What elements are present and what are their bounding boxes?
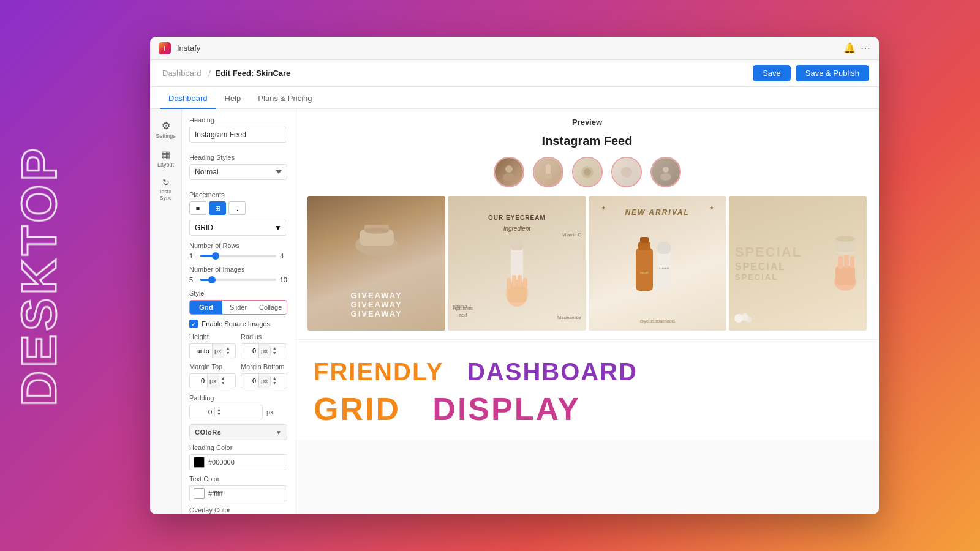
save-button[interactable]: Save <box>753 65 791 81</box>
margin-top-label: Margin Top <box>189 363 236 370</box>
grid-dropdown[interactable]: GRID ▼ <box>189 220 287 236</box>
images-max: 10 <box>280 276 287 283</box>
svg-rect-14 <box>511 241 523 250</box>
overlay-color-row: Overlay Color #000000 <box>189 506 287 514</box>
padding-input[interactable] <box>190 407 214 417</box>
padding-arrows: ▲ ▼ <box>214 407 223 418</box>
margin-top-unit: px <box>207 374 219 388</box>
height-up-icon[interactable]: ▲ <box>224 346 232 351</box>
layout-label: Layout <box>157 162 174 168</box>
padding-down-icon[interactable]: ▼ <box>215 412 223 417</box>
story-circle-4[interactable] <box>611 157 642 187</box>
app-logo: I <box>159 42 171 54</box>
heading-label: Heading <box>189 116 287 124</box>
style-label: Style <box>189 290 287 297</box>
breadcrumb-current: Edit Feed: SkinCare <box>215 69 290 78</box>
tab-dashboard[interactable]: Dashboard <box>160 89 216 109</box>
notification-icon[interactable]: 🔔 <box>843 42 856 54</box>
rows-slider-thumb <box>212 252 219 260</box>
story-circle-5[interactable] <box>650 157 681 187</box>
main-preview-area: Preview Instagram Feed <box>295 109 879 514</box>
promo-dashboard: DASHBOARD <box>467 358 638 385</box>
heading-color-swatch-row[interactable]: #000000 <box>189 454 287 470</box>
story-circle-1[interactable] <box>494 157 524 187</box>
grid-img-4[interactable]: SPECIAL SPECIAL SPECIAL <box>729 196 867 331</box>
menu-icon[interactable]: ⋯ <box>861 42 870 54</box>
rows-slider-track[interactable] <box>200 255 276 257</box>
sidebar-item-layout[interactable]: ▦ Layout <box>153 145 179 171</box>
margin-top-arrows: ▲ ▼ <box>219 376 227 386</box>
radius-down-icon[interactable]: ▼ <box>271 351 279 356</box>
margin-bottom-up-icon[interactable]: ▲ <box>271 376 279 381</box>
margin-top-input[interactable] <box>190 376 207 386</box>
tabs-bar: Dashboard Help Plans & Pricing <box>150 87 879 109</box>
settings-label: Settings <box>156 133 176 139</box>
height-down-icon[interactable]: ▼ <box>224 351 232 356</box>
margin-bottom-input[interactable] <box>241 376 258 386</box>
heading-styles-select[interactable]: Normal Bold Italic <box>189 164 287 180</box>
style-buttons: Grid Slider Collage <box>189 300 287 315</box>
content-area: ⚙ Settings ▦ Layout ↻ Insta Sync Heading… <box>150 109 879 514</box>
breadcrumb: Dashboard / Edit Feed: SkinCare <box>160 69 290 78</box>
enable-square-checkbox[interactable]: ✓ <box>189 320 198 328</box>
svg-rect-32 <box>850 256 854 268</box>
margin-bottom-arrows: ▲ ▼ <box>270 376 279 386</box>
sidebar-item-settings[interactable]: ⚙ Settings <box>153 116 179 143</box>
images-label: Number of Images <box>189 266 287 273</box>
margin-bottom-label: Margin Bottom <box>241 363 287 370</box>
radius-up-icon[interactable]: ▲ <box>271 346 279 351</box>
radius-arrows: ▲ ▼ <box>270 346 279 356</box>
app-window: I Instafy 🔔 ⋯ Dashboard / Edit Feed: Ski… <box>150 37 879 514</box>
grid-img-3-inner: NEW ARRIVAL ✦ ✦ cream <box>589 196 726 331</box>
story-circle-2[interactable] <box>533 157 564 187</box>
radius-input[interactable] <box>241 346 258 356</box>
heading-color-label: Heading Color <box>189 444 287 451</box>
images-slider-track[interactable] <box>200 279 276 281</box>
svg-rect-20 <box>523 278 527 288</box>
grid-img-2[interactable]: OUR EYECREAM Ingredient <box>448 196 586 331</box>
style-grid-btn[interactable]: Grid <box>190 301 222 314</box>
save-publish-button[interactable]: Save & Publish <box>796 65 869 81</box>
text-color-label: Text Color <box>189 475 287 482</box>
style-slider-btn[interactable]: Slider <box>222 301 255 314</box>
height-col: Height px ▲ ▼ <box>189 333 236 358</box>
sync-icon: ↻ <box>162 178 170 187</box>
placement-col-btn[interactable]: ⋮ <box>228 201 246 215</box>
grid-label: GRID <box>195 223 213 232</box>
promo-line2: GRID DISPLAY <box>314 391 861 427</box>
tab-plans[interactable]: Plans & Pricing <box>249 89 320 109</box>
placements-row: ≡ ⊞ ⋮ <box>189 201 287 215</box>
padding-up-icon[interactable]: ▲ <box>215 407 223 412</box>
margin-top-col: Margin Top px ▲ ▼ <box>189 363 236 388</box>
sync-label: Insta Sync <box>154 189 178 201</box>
rows-min: 1 <box>189 252 197 260</box>
placement-grid-btn[interactable]: ⊞ <box>209 201 226 215</box>
overlay-color-label: Overlay Color <box>189 506 287 514</box>
radius-col: Radius px ▲ ▼ <box>241 333 287 358</box>
promo-display: DISPLAY <box>432 391 581 427</box>
svg-rect-30 <box>838 256 843 269</box>
margin-top-up-icon[interactable]: ▲ <box>219 376 227 381</box>
grid-arrow-icon: ▼ <box>274 223 282 232</box>
style-collage-btn[interactable]: Collage <box>254 301 287 314</box>
svg-rect-26 <box>640 237 649 243</box>
preview-title: Preview <box>307 118 867 127</box>
grid-img-1[interactable]: GIVEAWAYGIVEAWAYGIVEAWAY <box>307 196 445 331</box>
tab-help[interactable]: Help <box>216 89 250 109</box>
story-circle-3[interactable] <box>572 157 603 187</box>
settings-icon: ⚙ <box>162 120 170 132</box>
new-arrival-text: NEW ARRIVAL <box>589 208 726 217</box>
heading-input[interactable] <box>189 127 287 143</box>
text-color-swatch-row[interactable]: #ffffff <box>189 485 287 501</box>
grid-img-3[interactable]: NEW ARRIVAL ✦ ✦ cream <box>589 196 726 331</box>
margin-bottom-input-wrap: px ▲ ▼ <box>241 373 287 388</box>
placement-list-btn[interactable]: ≡ <box>189 201 206 215</box>
svg-point-8 <box>660 173 671 181</box>
eyecream-subtitle-text: Ingredient <box>448 225 586 232</box>
svg-rect-31 <box>844 253 849 268</box>
colors-section-header[interactable]: COloRs ▼ <box>189 424 287 440</box>
sidebar-item-sync[interactable]: ↻ Insta Sync <box>153 174 179 204</box>
margin-top-down-icon[interactable]: ▼ <box>219 381 227 386</box>
margin-bottom-down-icon[interactable]: ▼ <box>271 381 279 386</box>
height-input[interactable] <box>190 346 212 356</box>
